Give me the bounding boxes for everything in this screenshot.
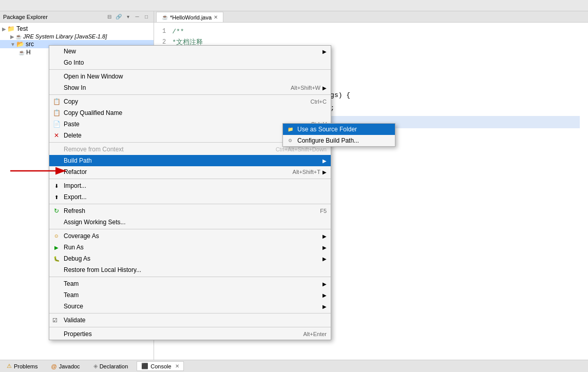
menu-item-copy-label: Copy [64,98,78,105]
menu-item-import[interactable]: ⬇ Import... [49,180,331,191]
javadoc-icon: @ [51,363,56,369]
menu-item-run-as-label: Run As [64,244,84,251]
menu-item-debug-as[interactable]: 🐛 Debug As ▶ [49,253,331,264]
menu-item-run-as[interactable]: ▶ Run As ▶ [49,242,331,253]
maximize-btn[interactable]: □ [142,13,150,21]
menu-item-refactor[interactable]: Refactor Alt+Shift+T ▶ [49,166,331,178]
status-tab-javadoc-label: Javadoc [59,363,80,369]
menu-item-copy-qualified-label: Copy Qualified Name [64,109,122,116]
new-submenu-arrow: ▶ [323,49,327,54]
import-icon: ⬇ [52,182,61,190]
tree-item-test[interactable]: ▶ 📁 Test [0,25,154,33]
compare-with-arrow: ▶ [323,292,327,298]
run-arrow: ▶ [323,245,327,250]
collapse-all-btn[interactable]: ⊟ [105,13,113,21]
source-folder-icon: 📁 [286,125,294,133]
close-icon[interactable]: ✕ [214,14,218,20]
debug-icon: 🐛 [52,254,61,263]
remove-context-shortcut: Ctrl+Alt+Shift+Down [276,146,327,152]
menu-item-export[interactable]: ⬆ Export... [49,191,331,203]
menu-item-refresh[interactable]: ↻ Refresh F5 [49,205,331,217]
coverage-icon: ⊙ [52,232,61,240]
editor-tab-label: *HelloWorld.java [170,14,212,21]
package-explorer-header: Package Explorer ⊟ 🔗 ▾ ─ □ [0,11,154,23]
problems-warning-icon: ⚠ [7,363,12,369]
link-editor-btn[interactable]: 🔗 [115,13,123,21]
menu-item-coverage-as[interactable]: ⊙ Coverage As ▶ [49,230,331,242]
copy-qualified-icon: 📋 [52,109,61,117]
coverage-arrow: ▶ [323,233,327,239]
copy-shortcut: Ctrl+C [311,99,327,105]
menu-item-copy[interactable]: 📋 Copy Ctrl+C [49,96,331,107]
separator-4 [49,179,331,179]
menu-item-paste-label: Paste [64,121,80,128]
context-menu: New ▶ Go Into Open in New Window Show In… [49,45,331,340]
submenu-item-use-source-folder[interactable]: 📁 Use as Source Folder [283,124,395,135]
menu-item-remove-context-label: Remove from Context [64,146,124,153]
menu-item-properties[interactable]: Properties Alt+Enter [49,328,331,340]
build-path-submenu: 📁 Use as Source Folder ⚙ Configure Build… [282,123,395,147]
menu-item-properties-label: Properties [64,330,92,338]
submenu-item-configure-build-path[interactable]: ⚙ Configure Build Path... [283,135,395,146]
show-in-shortcut: Alt+Shift+W [291,85,320,91]
menu-item-assign-working-sets[interactable]: Assign Working Sets... [49,217,331,228]
minimize-btn[interactable]: ─ [133,13,141,21]
editor-tab-helloworld[interactable]: ☕ *HelloWorld.java ✕ [156,12,223,22]
status-bar: ⚠ Problems @ Javadoc ◈ Declaration ⬛ Con… [0,360,588,372]
separator-2 [49,94,331,95]
menu-item-restore-local[interactable]: Restore from Local History... [49,264,331,276]
menu-item-open-new-window-label: Open in New Window [64,73,123,80]
menu-item-go-into[interactable]: Go Into [49,57,331,68]
menu-item-source[interactable]: Source ▶ [49,301,331,312]
tree-item-jre-label: JRE System Library [JavaSE-1.8] [23,33,107,40]
menu-item-compare-with[interactable]: Team ▶ [49,289,331,301]
menu-item-new[interactable]: New ▶ [49,46,331,57]
menu-item-team[interactable]: Team ▶ [49,278,331,289]
refactor-arrow: ▶ [323,169,327,175]
menu-item-new-label: New [64,48,76,55]
status-tab-declaration[interactable]: ◈ Declaration [89,361,133,371]
team-arrow: ▶ [323,281,327,287]
menu-item-build-path[interactable]: Build Path ▶ [49,155,331,166]
menu-item-assign-working-sets-label: Assign Working Sets... [64,219,126,226]
menu-item-coverage-as-label: Coverage As [64,232,99,240]
source-arrow: ▶ [323,304,327,309]
menu-item-show-in[interactable]: Show In Alt+Shift+W ▶ [49,82,331,93]
menu-item-go-into-label: Go Into [64,59,84,66]
code-line-1: 1 /** [162,27,580,37]
view-menu-btn[interactable]: ▾ [124,13,132,21]
menu-item-show-in-label: Show In [64,84,86,91]
menu-item-import-label: Import... [64,182,86,189]
refresh-shortcut: F5 [320,208,327,214]
menu-item-validate[interactable]: ☑ Validate [49,315,331,326]
status-tab-javadoc[interactable]: @ Javadoc [46,362,84,371]
tree-item-jre[interactable]: ▶ ☕ JRE System Library [JavaSE-1.8] [0,33,154,40]
menu-item-open-new-window[interactable]: Open in New Window [49,71,331,82]
console-close-icon[interactable]: ✕ [175,363,179,369]
status-tab-declaration-label: Declaration [100,363,128,369]
menu-item-refactor-label: Refactor [64,168,87,175]
separator-6 [49,229,331,229]
status-tab-problems[interactable]: ⚠ Problems [2,361,42,371]
refactor-shortcut: Alt+Shift+T [293,169,320,175]
debug-arrow: ▶ [323,256,327,262]
export-icon: ⬆ [52,193,61,201]
status-tab-console[interactable]: ⬛ Console ✕ [137,361,183,371]
menu-item-delete-label: Delete [64,132,82,139]
menu-item-source-label: Source [64,303,83,310]
submenu-item-configure-build-path-label: Configure Build Path... [297,137,359,144]
menu-item-restore-local-label: Restore from Local History... [64,266,141,273]
separator-1 [49,69,331,70]
menu-item-refresh-label: Refresh [64,207,85,214]
delete-icon: ✕ [52,131,61,140]
validate-checkmark: ☑ [52,317,58,324]
properties-shortcut: Alt+Enter [303,331,327,337]
menu-item-export-label: Export... [64,193,87,201]
menu-item-copy-qualified[interactable]: 📋 Copy Qualified Name [49,107,331,119]
tree-item-h-label: H [26,49,31,56]
panel-toolbar: ⊟ 🔗 ▾ ─ □ [105,13,150,21]
build-path-arrow: ▶ [323,158,327,164]
tree-item-test-label: Test [16,25,28,32]
editor-tabs: ☕ *HelloWorld.java ✕ [154,11,588,23]
tree-item-src-label: src [26,41,34,48]
